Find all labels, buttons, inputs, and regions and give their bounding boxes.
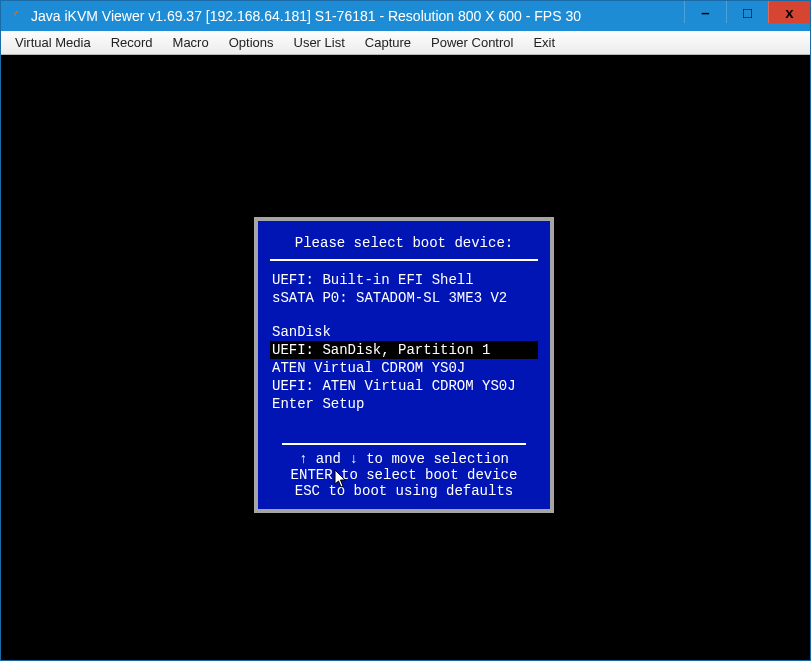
help-line: ↑ and ↓ to move selection [270,451,538,467]
window-controls: – □ x [684,1,810,31]
boot-option[interactable]: sSATA P0: SATADOM-SL 3ME3 V2 [270,289,538,307]
boot-device-dialog: Please select boot device: UEFI: Built-i… [254,217,554,513]
menu-capture[interactable]: Capture [355,32,421,53]
window-title: Java iKVM Viewer v1.69.37 [192.168.64.18… [31,8,684,24]
divider [270,259,538,261]
help-line: ESC to boot using defaults [270,483,538,499]
ikvm-window: Java iKVM Viewer v1.69.37 [192.168.64.18… [0,0,811,661]
remote-console-viewport[interactable]: Please select boot device: UEFI: Built-i… [1,55,810,660]
menu-options[interactable]: Options [219,32,284,53]
boot-option[interactable]: Enter Setup [270,395,538,413]
menu-record[interactable]: Record [101,32,163,53]
divider [282,443,526,445]
menu-power-control[interactable]: Power Control [421,32,523,53]
close-button[interactable]: x [768,1,810,23]
menu-macro[interactable]: Macro [163,32,219,53]
boot-dialog-title: Please select boot device: [258,231,550,259]
boot-option-selected[interactable]: UEFI: SanDisk, Partition 1 [270,341,538,359]
boot-device-list: UEFI: Built-in EFI Shell sSATA P0: SATAD… [258,271,550,413]
menu-exit[interactable]: Exit [523,32,565,53]
titlebar: Java iKVM Viewer v1.69.37 [192.168.64.18… [1,1,810,31]
help-line: ENTER to select boot device [270,467,538,483]
boot-option[interactable]: UEFI: Built-in EFI Shell [270,271,538,289]
boot-option[interactable]: ATEN Virtual CDROM YS0J [270,359,538,377]
boot-option[interactable]: UEFI: ATEN Virtual CDROM YS0J [270,377,538,395]
menubar: Virtual Media Record Macro Options User … [1,31,810,55]
menu-virtual-media[interactable]: Virtual Media [5,32,101,53]
minimize-button[interactable]: – [684,1,726,23]
boot-help: ↑ and ↓ to move selection ENTER to selec… [258,443,550,499]
menu-user-list[interactable]: User List [284,32,355,53]
boot-option[interactable]: SanDisk [270,323,538,341]
java-icon [9,8,25,24]
maximize-button[interactable]: □ [726,1,768,23]
boot-option-blank [270,307,538,323]
